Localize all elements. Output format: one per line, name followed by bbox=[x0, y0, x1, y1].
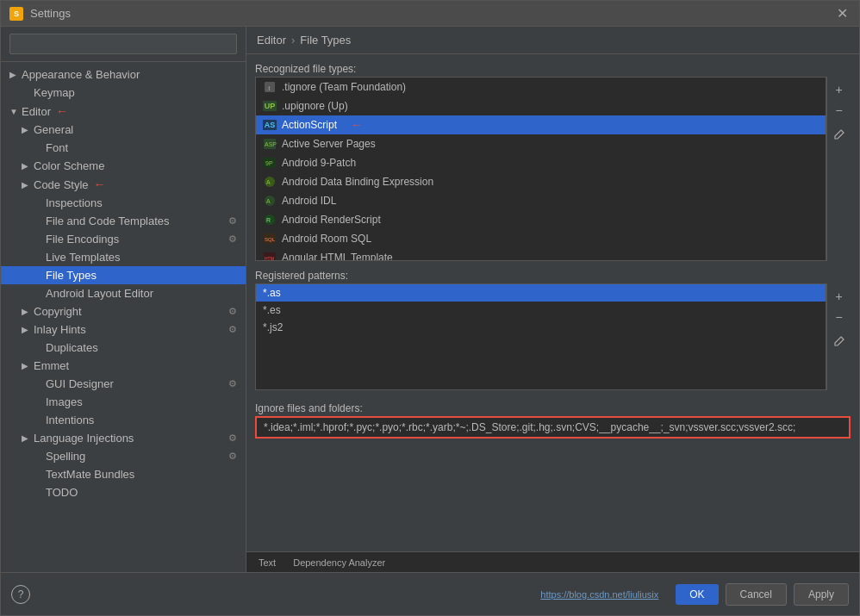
list-item[interactable]: SQL Android Room SQL bbox=[256, 229, 826, 248]
sidebar-item-color-scheme[interactable]: ▶ Color Scheme bbox=[1, 157, 246, 175]
sidebar-item-todo[interactable]: TODO bbox=[1, 483, 246, 501]
sidebar-item-live-templates[interactable]: Live Templates bbox=[1, 248, 246, 266]
edit-file-type-button[interactable] bbox=[830, 125, 849, 144]
file-type-name: Android Data Binding Expression bbox=[282, 176, 433, 188]
tab-dependency-analyzer[interactable]: Dependency Analyzer bbox=[286, 556, 392, 569]
pattern-item-es[interactable]: *.es bbox=[256, 302, 826, 319]
expand-icon: ▶ bbox=[22, 125, 30, 134]
sidebar-item-keymap[interactable]: Keymap bbox=[1, 84, 246, 102]
sidebar-item-label: Intentions bbox=[46, 414, 94, 426]
sidebar-item-file-types[interactable]: File Types bbox=[1, 266, 246, 284]
sidebar-item-duplicates[interactable]: Duplicates bbox=[1, 339, 246, 357]
sidebar-item-images[interactable]: Images bbox=[1, 393, 246, 411]
list-item-actionscript[interactable]: AS ActionScript ← bbox=[256, 115, 826, 134]
sidebar: 🔍 ▶ Appearance & Behavior Keymap ▼ Edito… bbox=[1, 27, 246, 572]
sidebar-item-spelling[interactable]: Spelling ⚙ bbox=[1, 447, 246, 465]
titlebar: S Settings ✕ bbox=[1, 1, 859, 27]
expand-icon: ▶ bbox=[22, 307, 30, 316]
svg-text:.t: .t bbox=[266, 84, 271, 92]
file-type-icon: A bbox=[263, 194, 277, 208]
sidebar-item-label: Emmet bbox=[34, 359, 69, 372]
settings-window: S Settings ✕ 🔍 ▶ Appearance & Behavior bbox=[0, 0, 860, 616]
remove-file-type-button[interactable]: − bbox=[830, 101, 849, 120]
sidebar-item-file-code-templates[interactable]: File and Code Templates ⚙ bbox=[1, 212, 246, 230]
edit-pattern-button[interactable] bbox=[830, 332, 849, 351]
recognized-section: Recognized file types: .t .tignore (Team… bbox=[255, 63, 851, 261]
search-input[interactable] bbox=[9, 34, 237, 54]
expand-icon: ▶ bbox=[22, 180, 30, 190]
sidebar-item-editor[interactable]: ▼ Editor ← bbox=[1, 102, 246, 121]
help-button[interactable]: ? bbox=[11, 585, 30, 604]
expand-icon: ▶ bbox=[22, 361, 30, 370]
arrow-indicator: ← bbox=[56, 104, 68, 118]
svg-text:A: A bbox=[266, 198, 271, 204]
sidebar-item-intentions[interactable]: Intentions bbox=[1, 411, 246, 429]
recognized-label: Recognized file types: bbox=[255, 63, 851, 75]
main-content-area: 🔍 ▶ Appearance & Behavior Keymap ▼ Edito… bbox=[1, 27, 859, 572]
search-box: 🔍 bbox=[1, 27, 246, 62]
ok-button[interactable]: OK bbox=[676, 584, 718, 605]
pattern-item-as[interactable]: *.as bbox=[256, 284, 826, 302]
cancel-button[interactable]: Cancel bbox=[726, 583, 787, 606]
patterns-list: *.as *.es *.js2 bbox=[255, 283, 826, 390]
ignore-input[interactable] bbox=[255, 416, 851, 439]
sidebar-item-label: Font bbox=[46, 141, 68, 154]
file-type-icon: R bbox=[263, 213, 277, 227]
sidebar-item-label: TODO bbox=[46, 486, 78, 499]
sidebar-item-appearance[interactable]: ▶ Appearance & Behavior bbox=[1, 65, 246, 84]
close-button[interactable]: ✕ bbox=[833, 5, 851, 22]
expand-icon: ▶ bbox=[22, 325, 30, 334]
sidebar-item-label: File Types bbox=[46, 269, 97, 282]
main-panel: Editor › File Types Recognized file type… bbox=[246, 27, 859, 572]
sync-icon7: ⚙ bbox=[228, 451, 237, 462]
sidebar-item-label: Inspections bbox=[46, 196, 103, 209]
tab-text[interactable]: Text bbox=[252, 556, 283, 569]
list-item[interactable]: A Android Data Binding Expression bbox=[256, 172, 826, 191]
bottom-tab-bar: Text Dependency Analyzer bbox=[246, 551, 859, 572]
pattern-item-js2[interactable]: *.js2 bbox=[256, 319, 826, 336]
sidebar-item-emmet[interactable]: ▶ Emmet bbox=[1, 357, 246, 375]
sync-icon3: ⚙ bbox=[228, 306, 237, 317]
remove-pattern-button[interactable]: − bbox=[830, 308, 849, 327]
footer: ? https://blog.csdn.net/liuliusix OK Can… bbox=[1, 572, 859, 615]
expand-icon: ▶ bbox=[22, 161, 30, 171]
sidebar-item-textmate-bundles[interactable]: TextMate Bundles bbox=[1, 465, 246, 483]
list-item[interactable]: R Android RenderScript bbox=[256, 210, 826, 229]
sidebar-item-general[interactable]: ▶ General bbox=[1, 121, 246, 139]
expand-icon: ▶ bbox=[9, 70, 18, 79]
add-pattern-button[interactable]: + bbox=[830, 287, 849, 306]
url-link[interactable]: https://blog.csdn.net/liuliusix bbox=[540, 589, 658, 600]
pattern-name: *.as bbox=[263, 287, 281, 299]
action-buttons: OK Cancel Apply bbox=[676, 583, 849, 606]
breadcrumb: Editor › File Types bbox=[246, 27, 859, 54]
sidebar-item-gui-designer[interactable]: GUI Designer ⚙ bbox=[1, 375, 246, 393]
sidebar-item-android-layout-editor[interactable]: Android Layout Editor bbox=[1, 284, 246, 302]
breadcrumb-part1: Editor bbox=[257, 34, 286, 47]
list-item[interactable]: 9P Android 9-Patch bbox=[256, 153, 826, 172]
sidebar-item-font[interactable]: Font bbox=[1, 139, 246, 157]
file-type-icon: UP bbox=[263, 99, 277, 113]
patterns-section: Registered patterns: *.as *.es *. bbox=[255, 270, 851, 390]
file-types-content: Recognized file types: .t .tignore (Team… bbox=[246, 54, 859, 551]
sidebar-item-label: Spelling bbox=[46, 450, 85, 463]
list-item[interactable]: A Android IDL bbox=[256, 191, 826, 210]
list-item[interactable]: HTM Angular HTML Template bbox=[256, 248, 826, 261]
sidebar-item-label: File and Code Templates bbox=[46, 215, 170, 227]
recognized-toolbar: + − bbox=[826, 77, 851, 261]
sidebar-item-copyright[interactable]: ▶ Copyright ⚙ bbox=[1, 302, 246, 320]
sync-icon6: ⚙ bbox=[228, 432, 237, 444]
list-item[interactable]: UP .upignore (Up) bbox=[256, 96, 826, 115]
sidebar-item-inspections[interactable]: Inspections bbox=[1, 194, 246, 212]
apply-button[interactable]: Apply bbox=[794, 583, 849, 606]
list-item[interactable]: .t .tignore (Team Foundation) bbox=[256, 78, 826, 96]
add-file-type-button[interactable]: + bbox=[830, 80, 849, 99]
sidebar-item-code-style[interactable]: ▶ Code Style ← bbox=[1, 175, 246, 194]
sidebar-item-file-encodings[interactable]: File Encodings ⚙ bbox=[1, 230, 246, 248]
ignore-label: Ignore files and folders: bbox=[255, 402, 851, 414]
file-type-icon: A bbox=[263, 175, 277, 189]
sidebar-item-language-injections[interactable]: ▶ Language Injections ⚙ bbox=[1, 429, 246, 447]
pattern-name: *.js2 bbox=[263, 321, 283, 333]
list-item[interactable]: ASP Active Server Pages bbox=[256, 134, 826, 153]
file-type-icon: .t bbox=[263, 80, 277, 94]
sidebar-item-inlay-hints[interactable]: ▶ Inlay Hints ⚙ bbox=[1, 320, 246, 339]
